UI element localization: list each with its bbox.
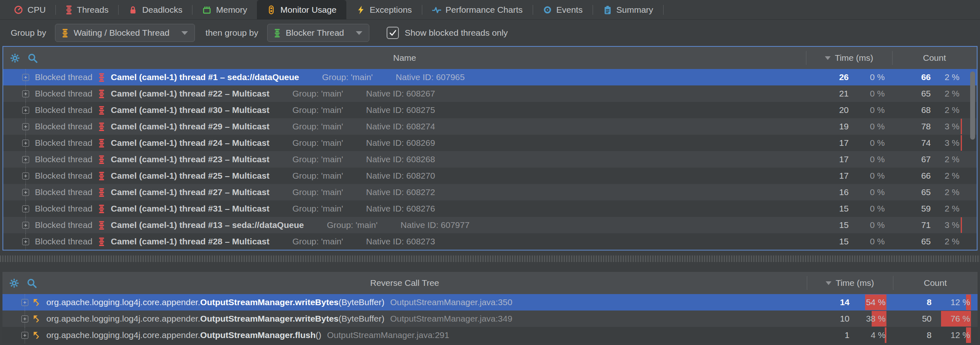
- expand-icon[interactable]: [22, 189, 29, 196]
- table-row[interactable]: Blocked thread Camel (camel-1) thread #2…: [3, 168, 977, 184]
- expand-icon[interactable]: [22, 123, 29, 130]
- time-percent: 0 %: [870, 72, 885, 82]
- call-tree-row[interactable]: org.apache.logging.log4j.core.appender.O…: [2, 310, 978, 327]
- count-value: 74: [892, 138, 937, 148]
- checkbox-show-blocked[interactable]: [387, 27, 399, 39]
- col-header-count[interactable]: Count: [892, 47, 977, 69]
- thread-bars-icon: [98, 205, 105, 213]
- thread-group: Group: 'main': [292, 122, 343, 131]
- count-value: 65: [892, 89, 937, 99]
- tab-events[interactable]: Events: [533, 0, 593, 19]
- count-percent: 2 %: [945, 237, 959, 246]
- table-row[interactable]: Blocked thread Camel (camel-1) thread #2…: [3, 135, 977, 151]
- count-value: 65: [892, 187, 937, 197]
- count-percent: 2 %: [945, 204, 959, 214]
- col-header-reverse-call-tree[interactable]: Reverse Call Tree: [2, 278, 807, 288]
- count-value: 65: [892, 237, 937, 246]
- row-type-label: Blocked thread: [35, 220, 92, 230]
- thread-native-id: Native ID: 608269: [366, 138, 435, 148]
- expand-icon[interactable]: [21, 315, 28, 322]
- cpu-clock-icon: [14, 5, 23, 14]
- col-header-count[interactable]: Count: [893, 272, 978, 294]
- col-header-time[interactable]: Time (ms): [806, 47, 892, 69]
- gear-icon[interactable]: [10, 53, 20, 63]
- thread-bars-icon: [98, 106, 105, 115]
- table-row[interactable]: Blocked thread Camel (camel-1) thread #3…: [3, 102, 977, 118]
- col-header-time[interactable]: Time (ms): [807, 272, 893, 294]
- method-signature: org.apache.logging.log4j.core.appender.O…: [46, 314, 385, 324]
- method-icon: [32, 331, 41, 340]
- expand-icon[interactable]: [22, 205, 29, 212]
- call-tree-row[interactable]: org.apache.logging.log4j.core.appender.O…: [2, 294, 978, 310]
- row-type-label: Blocked thread: [35, 138, 92, 148]
- time-percent: 0 %: [870, 105, 885, 115]
- time-percent: 38 %: [866, 314, 886, 324]
- expand-icon[interactable]: [22, 90, 29, 97]
- time-percent: 0 %: [870, 187, 885, 197]
- count-percent: 2 %: [945, 89, 959, 99]
- thread-native-id: Native ID: 608274: [366, 122, 435, 131]
- tab-label: Summary: [616, 5, 653, 15]
- thread-bars-icon: [98, 237, 105, 246]
- thread-group: Group: 'main': [327, 220, 378, 230]
- thread-name: Camel (camel-1) thread #24 – Multicast: [111, 138, 269, 148]
- expand-icon[interactable]: [22, 74, 29, 81]
- table-row[interactable]: Blocked thread Camel (camel-1) thread #3…: [3, 200, 977, 217]
- expand-icon[interactable]: [22, 172, 29, 179]
- thread-native-id: Native ID: 608272: [366, 187, 435, 197]
- table-row[interactable]: Blocked thread Camel (camel-1) thread #1…: [3, 69, 977, 85]
- expand-icon[interactable]: [22, 222, 29, 229]
- search-icon[interactable]: [27, 278, 37, 288]
- count-percent: 2 %: [945, 187, 959, 197]
- expand-icon[interactable]: [21, 299, 28, 306]
- tab-memory[interactable]: Memory: [192, 0, 257, 19]
- col-header-name[interactable]: Name: [3, 53, 806, 63]
- expand-icon[interactable]: [22, 140, 29, 147]
- method-signature: org.apache.logging.log4j.core.appender.O…: [46, 330, 321, 340]
- method-icon: [32, 298, 41, 307]
- search-icon[interactable]: [27, 53, 38, 63]
- sort-desc-icon: [826, 281, 831, 285]
- vertical-scrollbar-thumb[interactable]: [970, 71, 975, 140]
- row-type-label: Blocked thread: [35, 171, 92, 181]
- groupby-dropdown-1[interactable]: Waiting / Blocked Thread: [55, 24, 195, 42]
- thread-native-id: Native ID: 608273: [366, 237, 435, 246]
- expand-icon[interactable]: [21, 332, 28, 339]
- time-percent: 0 %: [870, 220, 885, 230]
- expand-icon[interactable]: [22, 156, 29, 163]
- panel-splitter[interactable]: [0, 255, 980, 272]
- thread-bars-icon: [98, 188, 105, 197]
- call-tree-row[interactable]: org.apache.logging.log4j.core.appender.O…: [2, 327, 978, 343]
- reverse-call-tree-panel: Reverse Call Tree Time (ms) Count org.ap…: [2, 272, 978, 345]
- thread-group: Group: 'main': [292, 138, 343, 148]
- source-location: OutputStreamManager.java:350: [390, 297, 513, 307]
- threads-rows: Blocked thread Camel (camel-1) thread #1…: [3, 69, 977, 250]
- tab-cpu[interactable]: CPU: [4, 0, 55, 19]
- thread-group: Group: 'main': [292, 187, 343, 197]
- time-value: 26: [806, 72, 853, 82]
- table-row[interactable]: Blocked thread Camel (camel-1) thread #2…: [3, 118, 977, 135]
- gear-icon[interactable]: [9, 278, 19, 288]
- tab-label: Threads: [77, 5, 108, 15]
- expand-icon[interactable]: [22, 238, 29, 245]
- tab-threads[interactable]: Threads: [56, 0, 118, 19]
- source-location: OutputStreamManager.java:291: [327, 330, 449, 340]
- time-value: 19: [806, 122, 853, 131]
- tab-deadlocks[interactable]: Deadlocks: [119, 0, 192, 19]
- groupby-dropdown-2[interactable]: Blocker Thread: [267, 24, 369, 42]
- tab-performance-charts[interactable]: Performance Charts: [422, 0, 533, 19]
- tab-monitor-usage[interactable]: Monitor Usage: [257, 0, 346, 19]
- table-row[interactable]: Blocked thread Camel (camel-1) thread #2…: [3, 233, 977, 250]
- table-row[interactable]: Blocked thread Camel (camel-1) thread #2…: [3, 151, 977, 168]
- call-tree-rows: org.apache.logging.log4j.core.appender.O…: [2, 294, 978, 343]
- table-row[interactable]: Blocked thread Camel (camel-1) thread #2…: [3, 184, 977, 200]
- table-row[interactable]: Blocked thread Camel (camel-1) thread #2…: [3, 85, 977, 102]
- expand-icon[interactable]: [22, 107, 29, 114]
- time-percent: 0 %: [870, 138, 885, 148]
- thread-bars-icon: [66, 5, 72, 14]
- tab-exceptions[interactable]: Exceptions: [346, 0, 422, 19]
- tab-summary[interactable]: Summary: [593, 0, 663, 19]
- table-row[interactable]: Blocked thread Camel (camel-1) thread #1…: [3, 217, 977, 233]
- thread-group: Group: 'main': [292, 154, 343, 164]
- tab-label: Monitor Usage: [280, 5, 337, 15]
